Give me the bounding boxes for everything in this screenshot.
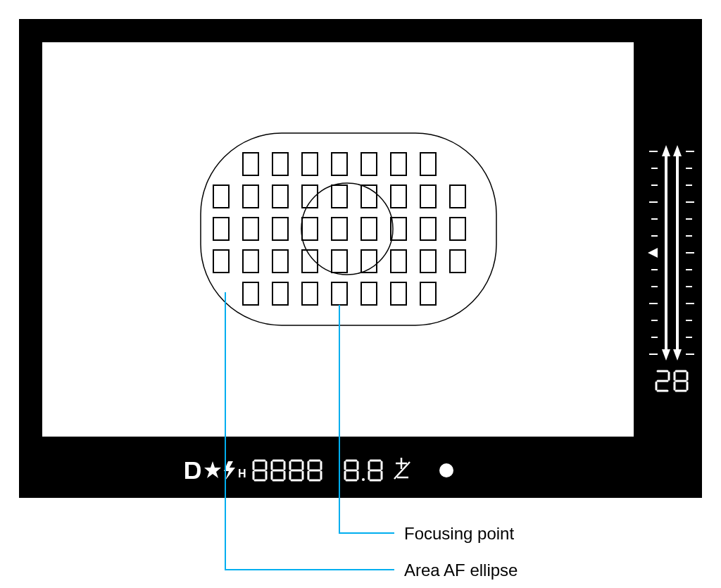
h-letter: H	[238, 468, 246, 480]
label-focusing-point: Focusing point	[404, 524, 514, 544]
label-area-af-ellipse: Area AF ellipse	[404, 561, 518, 580]
diagram-canvas: H	[0, 0, 721, 588]
focus-confirm-dot	[439, 463, 453, 477]
svg-point-81	[362, 478, 365, 481]
viewfinder-svg: H	[0, 0, 721, 588]
